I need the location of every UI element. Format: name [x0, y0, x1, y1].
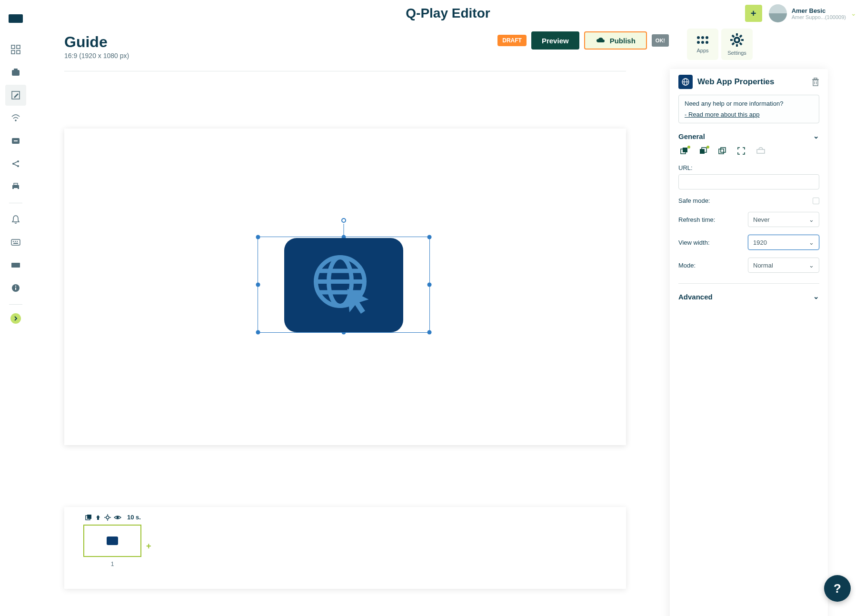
sidebar-item-cast[interactable]: [5, 130, 26, 151]
svg-rect-65: [721, 148, 726, 152]
svg-line-37: [740, 35, 742, 37]
help-link[interactable]: - Read more about this app: [685, 111, 760, 118]
mode-select[interactable]: Normal ⌄: [748, 258, 819, 273]
svg-rect-5: [14, 69, 18, 70]
tool-layers-icon[interactable]: [718, 147, 727, 156]
svg-point-51: [117, 516, 119, 518]
chevron-down-icon: ⌄: [851, 10, 856, 17]
selection-box[interactable]: [258, 237, 430, 333]
resize-handle-se[interactable]: [428, 330, 432, 335]
add-slide-button[interactable]: +: [146, 541, 151, 551]
svg-point-27: [697, 41, 700, 44]
resize-handle-e[interactable]: [428, 283, 432, 287]
app-title: Q-Play Editor: [406, 6, 490, 21]
avatar: [769, 4, 787, 22]
svg-point-7: [15, 119, 17, 121]
sidebar-item-dashboard[interactable]: [5, 39, 26, 60]
svg-point-29: [706, 41, 708, 44]
publish-button[interactable]: Publish: [584, 31, 647, 50]
refresh-time-value: Never: [753, 216, 770, 223]
safe-mode-label: Safe mode:: [678, 197, 813, 204]
question-icon: ?: [834, 581, 841, 596]
sidebar-expand-button[interactable]: [10, 313, 21, 324]
safe-mode-checkbox[interactable]: [813, 198, 819, 204]
section-general[interactable]: General ⌄: [678, 132, 819, 140]
sidebar-item-info[interactable]: [5, 278, 26, 298]
sidebar-item-display[interactable]: [5, 255, 26, 276]
tool-fullscreen-icon[interactable]: [737, 147, 746, 156]
user-subtitle: Amer Suppo...(100009): [792, 14, 846, 20]
sidebar-item-media[interactable]: [5, 62, 26, 83]
tab-settings[interactable]: Settings: [721, 29, 753, 60]
topbar: Q-Play Editor + Amer Besic Amer Suppo...…: [31, 0, 865, 27]
slide-copy-icon[interactable]: [85, 514, 92, 521]
canvas[interactable]: [64, 129, 626, 445]
svg-point-24: [697, 36, 700, 39]
tool-copy-icon[interactable]: [699, 147, 708, 156]
svg-rect-15: [11, 239, 20, 245]
sidebar-item-editor[interactable]: [5, 85, 26, 106]
slide-settings-icon[interactable]: [104, 514, 111, 521]
refresh-time-label: Refresh time:: [678, 216, 748, 223]
svg-rect-3: [17, 50, 20, 54]
tool-lock-icon[interactable]: [756, 147, 765, 156]
gear-icon: [730, 33, 744, 47]
help-fab[interactable]: ?: [824, 575, 851, 602]
section-general-label: General: [678, 132, 705, 140]
svg-rect-55: [813, 80, 818, 86]
chevron-down-icon: ⌄: [813, 292, 819, 301]
svg-point-30: [735, 38, 739, 42]
view-width-value: 1920: [753, 239, 767, 246]
slide-mini-preview: [107, 537, 118, 545]
chevron-down-icon: ⌄: [809, 239, 814, 246]
sidebar-item-wifi[interactable]: [5, 108, 26, 129]
sidebar-item-notifications[interactable]: [5, 209, 26, 230]
resize-handle-sw[interactable]: [256, 330, 260, 335]
slide-upload-icon[interactable]: [95, 514, 101, 521]
resize-handle-nw[interactable]: [256, 235, 260, 239]
status-badge: DRAFT: [497, 35, 527, 46]
svg-point-11: [17, 165, 19, 167]
view-width-select[interactable]: 1920 ⌄: [748, 235, 819, 250]
svg-point-46: [106, 516, 109, 519]
delete-button[interactable]: [812, 78, 819, 86]
svg-rect-57: [814, 78, 817, 79]
sidebar-item-keyboard[interactable]: [5, 232, 26, 253]
properties-panel: Web App Properties Need any help or more…: [670, 69, 828, 616]
sidebar-item-printer[interactable]: [5, 176, 26, 197]
globe-cursor-icon: [308, 249, 379, 321]
svg-rect-20: [11, 263, 20, 268]
url-input[interactable]: [678, 174, 819, 189]
user-menu[interactable]: Amer Besic Amer Suppo...(100009) ⌄: [769, 4, 856, 22]
ok-button[interactable]: OK!: [652, 34, 669, 47]
preview-button[interactable]: Preview: [531, 31, 579, 50]
tab-apps-label: Apps: [696, 48, 708, 53]
svg-rect-16: [13, 241, 14, 242]
resize-handle-ne[interactable]: [428, 235, 432, 239]
chevron-down-icon: ⌄: [813, 132, 819, 140]
logo-icon: [9, 14, 23, 23]
sidebar-item-share[interactable]: [5, 153, 26, 174]
tool-duplicate-icon[interactable]: [680, 147, 689, 156]
slide-thumbnail[interactable]: [83, 525, 141, 557]
section-advanced[interactable]: Advanced ⌄: [678, 292, 819, 301]
sidebar-separator: [9, 203, 22, 203]
chevron-down-icon: ⌄: [809, 216, 814, 223]
page-subtitle: 16:9 (1920 x 1080 px): [64, 52, 129, 60]
svg-line-36: [740, 43, 742, 45]
timeline: 10 s. 1 +: [64, 507, 626, 589]
url-label: URL:: [678, 164, 819, 171]
svg-point-23: [15, 286, 16, 287]
slide-preview-icon[interactable]: [114, 515, 121, 520]
refresh-time-select[interactable]: Never ⌄: [748, 212, 819, 227]
chevron-down-icon: ⌄: [809, 262, 814, 269]
svg-rect-0: [11, 45, 15, 49]
tab-apps[interactable]: Apps: [687, 29, 718, 60]
panel-divider: [678, 283, 819, 284]
plus-icon: +: [751, 8, 756, 19]
add-button[interactable]: +: [745, 5, 762, 22]
resize-handle-w[interactable]: [256, 283, 260, 287]
web-app-element[interactable]: [284, 238, 403, 332]
svg-rect-66: [757, 149, 765, 153]
rotation-handle[interactable]: [341, 218, 346, 223]
